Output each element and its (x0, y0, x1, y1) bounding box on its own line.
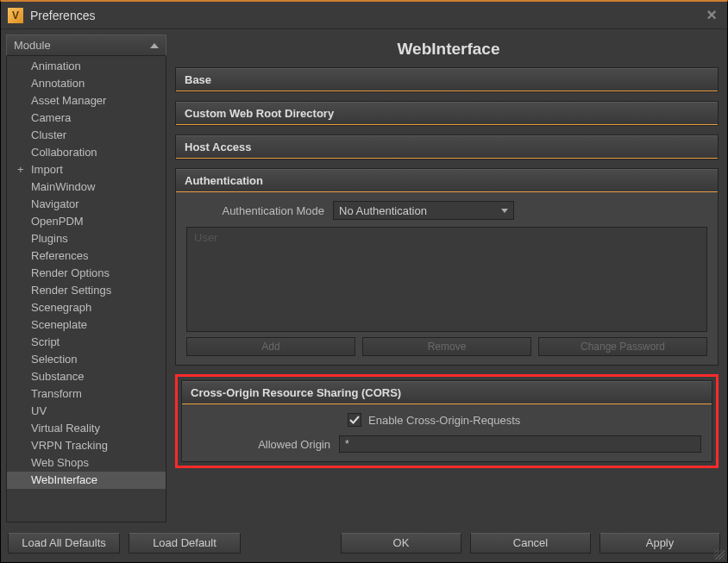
sidebar-item-navigator[interactable]: Navigator (7, 196, 166, 213)
sidebar-item-plugins[interactable]: Plugins (7, 230, 166, 247)
section-webroot-header[interactable]: Custom Web Root Directory (176, 102, 718, 125)
titlebar: V Preferences × (1, 2, 727, 29)
auth-mode-label: Authentication Mode (186, 204, 333, 217)
load-default-button[interactable]: Load Default (129, 533, 241, 554)
sidebar-item-vrpn-tracking[interactable]: VRPN Tracking (7, 437, 166, 454)
allowed-origin-input[interactable] (339, 435, 701, 453)
sidebar-item-animation[interactable]: Animation (7, 58, 166, 75)
main-panel: WebInterface Base Custom Web Root Direct… (175, 34, 722, 522)
remove-user-button: Remove (362, 337, 531, 356)
sidebar-item-references[interactable]: References (7, 247, 166, 265)
sidebar-item-render-options[interactable]: Render Options (7, 265, 166, 282)
sidebar-item-cluster[interactable]: Cluster (7, 127, 166, 144)
module-tree[interactable]: AnimationAnnotationAsset ManagerCameraCl… (6, 56, 166, 522)
sidebar-item-scenegraph[interactable]: Scenegraph (7, 299, 166, 316)
chevron-down-icon (501, 209, 508, 213)
sidebar-header-label: Module (14, 39, 51, 52)
change-password-button: Change Password (538, 337, 707, 356)
auth-mode-value: No Authentication (339, 204, 427, 217)
sort-ascending-icon (150, 43, 159, 48)
checkmark-icon (349, 415, 360, 425)
sidebar-item-render-settings[interactable]: Render Settings (7, 282, 166, 299)
sidebar-item-camera[interactable]: Camera (7, 109, 166, 127)
sidebar-item-virtual-reality[interactable]: Virtual Reality (7, 420, 166, 437)
ok-button[interactable]: OK (341, 533, 461, 554)
window-title: Preferences (30, 9, 703, 22)
sidebar-item-uv[interactable]: UV (7, 403, 166, 420)
allowed-origin-label: Allowed Origin (192, 438, 339, 451)
enable-cors-checkbox[interactable] (348, 413, 361, 427)
section-base: Base (175, 67, 719, 92)
preferences-window: V Preferences × Module AnimationAnnotati… (0, 0, 728, 563)
load-all-defaults-button[interactable]: Load All Defaults (8, 533, 120, 554)
section-hostaccess: Host Access (175, 134, 719, 160)
sidebar-item-asset-manager[interactable]: Asset Manager (7, 92, 166, 109)
auth-mode-select[interactable]: No Authentication (333, 201, 514, 220)
cancel-button[interactable]: Cancel (470, 533, 591, 554)
app-icon: V (8, 8, 23, 23)
section-authentication: Authentication Authentication Mode No Au… (175, 168, 719, 366)
add-user-button: Add (186, 337, 355, 356)
section-webroot: Custom Web Root Directory (175, 101, 719, 126)
resize-grip-icon[interactable] (714, 549, 725, 560)
footer: Load All Defaults Load Default OK Cancel… (1, 528, 727, 562)
sidebar: Module AnimationAnnotationAsset ManagerC… (6, 34, 166, 522)
sidebar-item-script[interactable]: Script (7, 334, 166, 351)
sidebar-item-import[interactable]: Import (7, 161, 166, 178)
sidebar-item-collaboration[interactable]: Collaboration (7, 144, 166, 161)
close-icon[interactable]: × (703, 5, 720, 25)
sidebar-item-web-shops[interactable]: Web Shops (7, 454, 166, 472)
sidebar-item-substance[interactable]: Substance (7, 368, 166, 385)
sidebar-item-transform[interactable]: Transform (7, 385, 166, 403)
user-list-header: User (194, 231, 217, 244)
sidebar-item-mainwindow[interactable]: MainWindow (7, 178, 166, 196)
sidebar-item-selection[interactable]: Selection (7, 351, 166, 368)
cors-highlight: Cross-Origin Resource Sharing (CORS) Ena… (175, 374, 719, 468)
sidebar-item-openpdm[interactable]: OpenPDM (7, 213, 166, 230)
apply-button[interactable]: Apply (599, 533, 720, 554)
section-cors: Cross-Origin Resource Sharing (CORS) Ena… (181, 380, 712, 462)
section-cors-header[interactable]: Cross-Origin Resource Sharing (CORS) (182, 381, 712, 404)
page-title: WebInterface (175, 34, 722, 67)
sidebar-item-annotation[interactable]: Annotation (7, 75, 166, 92)
auth-user-list: User (186, 227, 707, 332)
enable-cors-label: Enable Cross-Origin-Requests (368, 414, 520, 427)
section-hostaccess-header[interactable]: Host Access (176, 135, 718, 159)
sidebar-item-webinterface[interactable]: WebInterface (7, 472, 166, 489)
section-base-header[interactable]: Base (176, 68, 718, 91)
section-authentication-header[interactable]: Authentication (176, 169, 718, 192)
sidebar-header[interactable]: Module (6, 34, 166, 56)
sidebar-item-sceneplate[interactable]: Sceneplate (7, 316, 166, 334)
